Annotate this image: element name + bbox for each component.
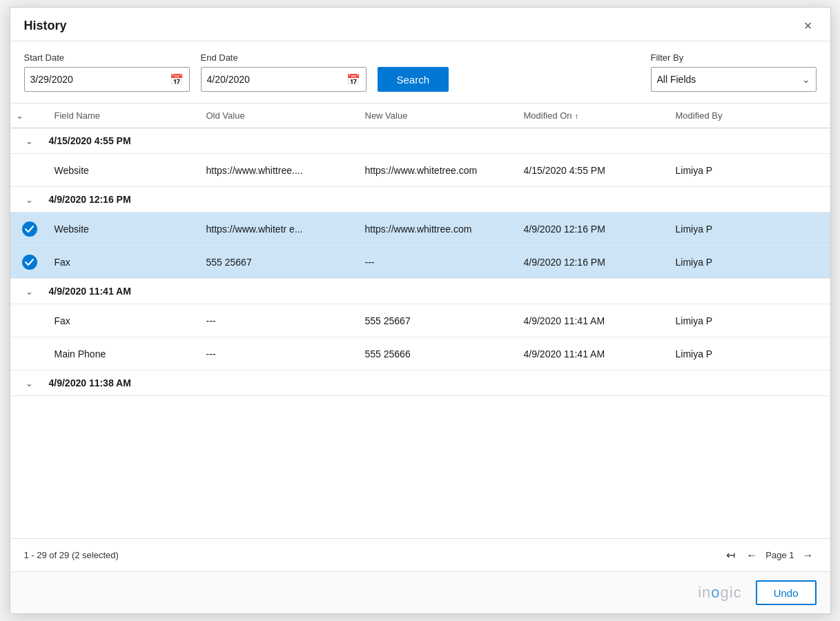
th-new-value-label: New Value bbox=[365, 110, 408, 121]
table-row[interactable]: Fax --- 555 25667 4/9/2020 11:41 AM Limi… bbox=[10, 304, 830, 337]
field-name-cell: Fax bbox=[49, 250, 201, 275]
filter-by-select[interactable]: All Fields Field Name Old Value New Valu… bbox=[657, 74, 802, 85]
table-row[interactable]: Main Phone --- 555 25666 4/9/2020 11:41 … bbox=[10, 337, 830, 371]
table-body: ⌄ 4/15/2020 4:55 PM Website https://www.… bbox=[10, 128, 830, 538]
check-cell[interactable] bbox=[10, 215, 49, 244]
end-date-group: End Date 📅 bbox=[201, 52, 367, 92]
filter-by-label: Filter By bbox=[651, 52, 817, 63]
th-modified-by-label: Modified By bbox=[676, 110, 723, 121]
end-date-calendar-icon[interactable]: 📅 bbox=[346, 73, 360, 86]
collapse-all-icon[interactable]: ⌄ bbox=[16, 110, 23, 121]
close-button[interactable]: × bbox=[800, 17, 817, 34]
table-header: ⌄ Field Name Old Value New Value Modifie… bbox=[10, 103, 830, 128]
group-label-2: 4/9/2020 12:16 PM bbox=[49, 194, 830, 205]
inogic-logo: inogic bbox=[698, 584, 742, 602]
pagination: ↤ ← Page 1 → bbox=[723, 547, 816, 563]
prev-page-button[interactable]: ← bbox=[743, 548, 760, 563]
history-dialog: History × Start Date 📅 End Date 📅 Search… bbox=[10, 7, 831, 614]
start-date-label: Start Date bbox=[24, 52, 190, 63]
table-container: ⌄ Field Name Old Value New Value Modifie… bbox=[10, 103, 830, 538]
modified-by-cell: Limiya P bbox=[670, 308, 781, 333]
group-chevron-2[interactable]: ⌄ bbox=[10, 195, 49, 205]
group-label-4: 4/9/2020 11:38 AM bbox=[49, 377, 830, 388]
field-name-cell: Fax bbox=[49, 308, 201, 333]
field-name-cell: Website bbox=[49, 217, 201, 241]
filter-by-select-wrap[interactable]: All Fields Field Name Old Value New Valu… bbox=[651, 67, 817, 92]
modified-by-cell: Limiya P bbox=[670, 250, 781, 275]
check-cell[interactable] bbox=[10, 248, 49, 277]
th-scrollbar-spacer bbox=[781, 103, 794, 128]
start-date-calendar-icon[interactable]: 📅 bbox=[170, 73, 184, 86]
table-footer: 1 - 29 of 29 (2 selected) ↤ ← Page 1 → bbox=[10, 538, 830, 571]
new-value-cell: --- bbox=[360, 250, 518, 275]
group-row: ⌄ 4/15/2020 4:55 PM bbox=[10, 128, 830, 154]
new-value-cell: https://www.whitetree.com bbox=[360, 158, 518, 183]
page-label: Page 1 bbox=[765, 550, 794, 560]
group-row: ⌄ 4/9/2020 11:38 AM bbox=[10, 371, 830, 396]
th-modified-on[interactable]: Modified On ↑ bbox=[518, 103, 670, 128]
modified-on-cell: 4/9/2020 12:16 PM bbox=[518, 250, 670, 275]
old-value-cell: https://www.whittree.... bbox=[201, 158, 360, 183]
modified-on-cell: 4/9/2020 11:41 AM bbox=[518, 342, 670, 366]
th-new-value: New Value bbox=[360, 103, 518, 128]
selected-check-icon bbox=[22, 255, 37, 270]
modified-on-cell: 4/9/2020 12:16 PM bbox=[518, 217, 670, 241]
th-old-value-label: Old Value bbox=[206, 110, 245, 121]
group-chevron-4[interactable]: ⌄ bbox=[10, 378, 49, 388]
bottom-bar: inogic Undo bbox=[10, 571, 830, 613]
inogic-dot: o bbox=[711, 584, 720, 601]
next-page-button[interactable]: → bbox=[800, 548, 817, 563]
check-cell[interactable] bbox=[10, 164, 49, 177]
th-modified-by: Modified By bbox=[670, 103, 781, 128]
search-button[interactable]: Search bbox=[378, 67, 449, 92]
new-value-cell: 555 25666 bbox=[360, 342, 518, 366]
check-cell[interactable] bbox=[10, 347, 49, 361]
th-old-value: Old Value bbox=[201, 103, 360, 128]
field-name-cell: Website bbox=[49, 158, 201, 183]
first-page-button[interactable]: ↤ bbox=[723, 547, 738, 563]
th-field-name: Field Name bbox=[49, 103, 201, 128]
dialog-header: History × bbox=[10, 8, 830, 41]
th-modified-on-label: Modified On bbox=[524, 110, 572, 121]
filter-bar: Start Date 📅 End Date 📅 Search Filter By… bbox=[10, 41, 830, 103]
modified-by-cell: Limiya P bbox=[670, 342, 781, 366]
new-value-cell: https://www.whittree.com bbox=[360, 217, 518, 241]
old-value-cell: --- bbox=[201, 342, 360, 366]
filter-by-group: Filter By All Fields Field Name Old Valu… bbox=[651, 52, 817, 92]
sort-asc-icon: ↑ bbox=[575, 112, 579, 120]
end-date-label: End Date bbox=[201, 52, 367, 63]
dialog-title: History bbox=[24, 19, 67, 33]
modified-on-cell: 4/15/2020 4:55 PM bbox=[518, 158, 670, 183]
selected-check-icon bbox=[22, 221, 37, 237]
end-date-input[interactable] bbox=[207, 74, 346, 85]
th-check[interactable]: ⌄ bbox=[10, 103, 49, 128]
modified-by-cell: Limiya P bbox=[670, 158, 781, 183]
footer-info: 1 - 29 of 29 (2 selected) bbox=[24, 550, 119, 560]
table-row[interactable]: Fax 555 25667 --- 4/9/2020 12:16 PM Limi… bbox=[10, 246, 830, 279]
filter-by-chevron-icon: ⌄ bbox=[802, 74, 810, 85]
undo-button[interactable]: Undo bbox=[756, 580, 817, 605]
group-row: ⌄ 4/9/2020 12:16 PM bbox=[10, 187, 830, 213]
group-label-3: 4/9/2020 11:41 AM bbox=[49, 286, 830, 297]
group-row: ⌄ 4/9/2020 11:41 AM bbox=[10, 279, 830, 304]
group-label-1: 4/15/2020 4:55 PM bbox=[49, 135, 830, 146]
modified-on-cell: 4/9/2020 11:41 AM bbox=[518, 308, 670, 333]
check-cell[interactable] bbox=[10, 314, 49, 328]
end-date-input-wrap[interactable]: 📅 bbox=[201, 67, 367, 92]
start-date-group: Start Date 📅 bbox=[24, 52, 190, 92]
old-value-cell: https://www.whitetr e... bbox=[201, 217, 360, 241]
field-name-cell: Main Phone bbox=[49, 342, 201, 366]
group-chevron-3[interactable]: ⌄ bbox=[10, 286, 49, 297]
old-value-cell: 555 25667 bbox=[201, 250, 360, 275]
start-date-input-wrap[interactable]: 📅 bbox=[24, 67, 190, 92]
start-date-input[interactable] bbox=[30, 74, 170, 85]
group-chevron-1[interactable]: ⌄ bbox=[10, 136, 49, 146]
table-row[interactable]: Website https://www.whitetr e... https:/… bbox=[10, 213, 830, 246]
modified-by-cell: Limiya P bbox=[670, 217, 781, 241]
old-value-cell: --- bbox=[201, 308, 360, 333]
table-row[interactable]: Website https://www.whittree.... https:/… bbox=[10, 154, 830, 187]
th-field-name-label: Field Name bbox=[55, 110, 100, 121]
new-value-cell: 555 25667 bbox=[360, 308, 518, 333]
